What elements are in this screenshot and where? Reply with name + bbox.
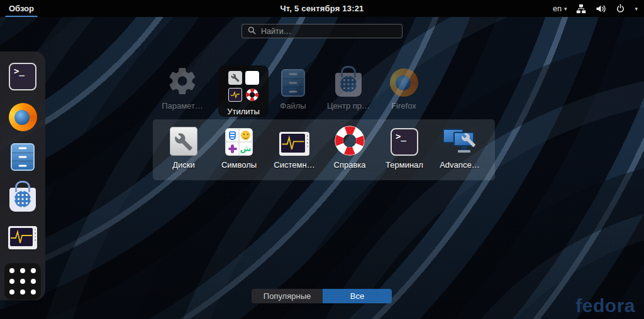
view-toggle: Популярные Все bbox=[252, 289, 392, 303]
keyboard-layout-indicator[interactable]: en ▾ bbox=[553, 4, 567, 13]
app-label: Символы bbox=[221, 160, 257, 170]
app-label: Firefox bbox=[391, 101, 416, 111]
mini-monitor-icon bbox=[228, 88, 242, 102]
top-bar: Обзор Чт, 5 сентября 13:21 en ▾ bbox=[0, 0, 644, 17]
mini-help-icon bbox=[245, 88, 259, 102]
search-input[interactable]: Найти… bbox=[242, 24, 402, 38]
frequent-apps-button[interactable]: Популярные bbox=[252, 289, 323, 303]
software-store-icon bbox=[9, 188, 36, 212]
app-icon-settings[interactable]: Парамет… bbox=[156, 67, 209, 111]
firefox-icon bbox=[9, 103, 37, 131]
dual-monitors-wrench-icon bbox=[443, 127, 477, 156]
app-label: Advance… bbox=[440, 160, 480, 170]
app-icon-disks[interactable]: Диски bbox=[157, 126, 210, 170]
app-icon-terminal[interactable]: >_ Терминал bbox=[378, 126, 431, 170]
terminal-icon: >_ bbox=[9, 63, 36, 90]
terminal-icon: >_ bbox=[391, 128, 418, 156]
activities-button[interactable]: Обзор bbox=[0, 0, 43, 17]
apps-grid-icon bbox=[4, 263, 41, 300]
power-icon bbox=[616, 4, 625, 13]
dash-item-software[interactable] bbox=[8, 183, 37, 212]
gear-icon bbox=[167, 67, 198, 97]
search-icon bbox=[248, 26, 256, 36]
firefox-icon bbox=[390, 68, 418, 97]
app-label: Центр пр… bbox=[327, 101, 370, 111]
chevron-down-icon: ▾ bbox=[564, 6, 567, 12]
dash-item-firefox[interactable] bbox=[8, 102, 37, 131]
system-status-area[interactable]: en ▾ bbox=[553, 4, 644, 14]
app-label: Файлы bbox=[280, 101, 306, 111]
file-manager-icon bbox=[281, 69, 305, 97]
app-label: Справка bbox=[334, 160, 366, 170]
folder-preview bbox=[228, 71, 259, 102]
system-menu-chevron-icon: ▾ bbox=[635, 6, 638, 12]
network-wired-icon bbox=[576, 4, 586, 14]
folder-label: Утилиты bbox=[227, 107, 260, 116]
app-icon-help[interactable]: Справка bbox=[323, 126, 376, 170]
dash-item-terminal[interactable]: >_ bbox=[8, 62, 37, 91]
show-applications-button[interactable] bbox=[4, 263, 41, 300]
system-monitor-icon bbox=[8, 226, 37, 249]
mini-characters-icon bbox=[245, 71, 259, 85]
app-label: Системн… bbox=[274, 160, 314, 170]
app-icon-characters[interactable]: ش Символы bbox=[213, 126, 265, 170]
file-manager-icon bbox=[11, 143, 35, 171]
activities-label: Обзор bbox=[9, 4, 34, 13]
volume-icon bbox=[596, 4, 606, 14]
activities-active-indicator bbox=[5, 16, 38, 17]
clock[interactable]: Чт, 5 сентября 13:21 bbox=[280, 4, 364, 13]
app-icon-firefox[interactable]: Firefox bbox=[377, 67, 430, 111]
characters-icon: ش bbox=[225, 128, 253, 156]
app-label: Диски bbox=[172, 160, 195, 170]
search-placeholder: Найти… bbox=[261, 27, 291, 36]
keyboard-layout-label: en bbox=[553, 4, 562, 13]
app-folder-utilities[interactable]: Утилиты bbox=[218, 65, 269, 117]
app-icon-system-monitor[interactable]: Системн… bbox=[268, 126, 321, 170]
app-icon-files[interactable]: Файлы bbox=[267, 67, 319, 111]
dash-item-system-monitor[interactable] bbox=[8, 223, 37, 252]
dash-item-files[interactable] bbox=[8, 143, 37, 171]
app-icon-software-center[interactable]: Центр пр… bbox=[322, 67, 375, 111]
app-label: Парамет… bbox=[162, 101, 203, 111]
lifesaver-icon bbox=[335, 126, 365, 156]
app-icon-advanced-network[interactable]: Advance… bbox=[433, 126, 486, 170]
app-label: Терминал bbox=[386, 160, 423, 170]
mini-disks-icon bbox=[228, 71, 242, 85]
software-store-icon bbox=[335, 73, 362, 97]
disks-icon bbox=[170, 127, 197, 156]
fedora-watermark: fedora bbox=[575, 295, 635, 316]
gnome-overview-screen: Обзор Чт, 5 сентября 13:21 en ▾ bbox=[0, 0, 644, 319]
dash: >_ bbox=[0, 51, 45, 300]
system-monitor-icon bbox=[279, 132, 309, 156]
all-apps-button[interactable]: Все bbox=[323, 289, 392, 303]
